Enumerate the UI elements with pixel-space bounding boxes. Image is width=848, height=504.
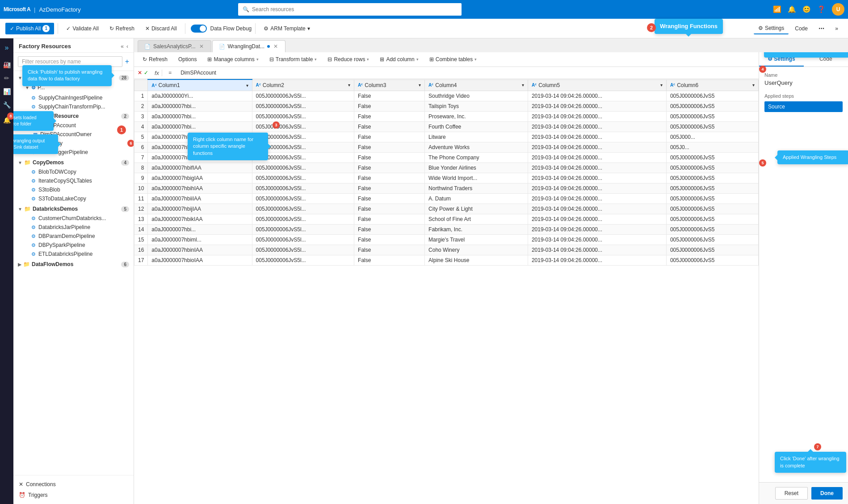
collapse-panel-button[interactable]: » bbox=[831, 23, 843, 34]
bell-icon[interactable]: 🔔 bbox=[788, 5, 796, 13]
search-bar[interactable]: 🔍 bbox=[238, 3, 462, 16]
data-grid-container[interactable]: Aᶜ Column1 ▾ Aᶜ Column2 ▾ bbox=[134, 79, 759, 504]
pipelines-header[interactable]: ▼ 📁 Pipelines 28 bbox=[13, 73, 134, 83]
copy-demos-header[interactable]: ▼ 📁 CopyDemos 4 bbox=[13, 158, 134, 167]
db-pyspark-label: DBPySparkPipeline bbox=[38, 242, 85, 248]
combine-tables-button[interactable]: ⊞ Combine tables ▾ bbox=[424, 54, 482, 65]
wifi-icon[interactable]: 📶 bbox=[773, 5, 781, 13]
customer-churn-item[interactable]: ⚙ CustomerChurnDatabricks... bbox=[13, 214, 134, 223]
table-row[interactable]: 13a0aJ0000007hbikIAA005J0000006JvS5l...F… bbox=[134, 214, 759, 225]
col-sort-icon-2[interactable]: ▾ bbox=[348, 83, 350, 87]
connections-item[interactable]: ✕ Connections bbox=[19, 479, 128, 490]
s3-datalake-item[interactable]: ⚙ S3ToDataLakeCopy bbox=[13, 194, 134, 203]
debug-toggle[interactable] bbox=[191, 25, 207, 33]
columns-icon: ⊞ bbox=[207, 56, 212, 62]
col-header-6[interactable]: Aᶜ Column6 ▾ bbox=[666, 79, 758, 91]
table-row[interactable]: 11a0aJ0000007hbiiIAA005J0000006JvS5l...F… bbox=[134, 194, 759, 204]
add-column-button[interactable]: ⊞ Add column ▾ bbox=[375, 54, 423, 65]
adf-resource-header[interactable]: ▼ 📁 ADFResource 2 bbox=[28, 111, 134, 121]
settings-panel-tab[interactable]: ⚙ Settings bbox=[759, 52, 804, 67]
refresh-icon: ↻ bbox=[109, 25, 114, 32]
wrangle-refresh-button[interactable]: ↻ Refresh bbox=[138, 54, 172, 65]
col-header-1[interactable]: Aᶜ Column1 ▾ bbox=[148, 79, 252, 91]
reduce-rows-button[interactable]: ⊟ Reduce rows ▾ bbox=[323, 54, 374, 65]
code-tab-btn[interactable]: Code bbox=[790, 23, 812, 34]
col-header-4[interactable]: Aᶜ Column4 ▾ bbox=[425, 79, 528, 91]
table-row[interactable]: 1a0aJ0000000Yi...005J0000006JvS5l...Fals… bbox=[134, 91, 759, 101]
arm-template-button[interactable]: ⚙ ARM Template ▾ bbox=[259, 23, 314, 34]
etl-databricks-item[interactable]: ⚙ ETLDatabricksPipeline bbox=[13, 250, 134, 258]
cancel-formula-icon[interactable]: ✕ bbox=[138, 70, 142, 76]
blob-dw-copy-item[interactable]: ⚙ BlobToDWCopy bbox=[13, 167, 134, 176]
supply-chain-transform-item[interactable]: ⚙ SupplyChainTransformPip... bbox=[13, 102, 134, 111]
code-panel-tab[interactable]: Code bbox=[804, 52, 848, 67]
table-row[interactable]: 12a0aJ0000007hbijIAA005J0000006JvS5l...F… bbox=[134, 204, 759, 214]
table-row[interactable]: 5a0aJ0000007hbicIAA005J0000006JvS5l...Fa… bbox=[134, 132, 759, 142]
sidebar-icon-factory[interactable]: 🏭 bbox=[1, 59, 13, 71]
collapse-icon[interactable]: ‹ bbox=[126, 43, 128, 50]
databricks-header[interactable]: ▼ 📁 DatabricksDemos 5 bbox=[13, 204, 134, 214]
confirm-formula-icon[interactable]: ✓ bbox=[144, 70, 148, 76]
formula-input[interactable] bbox=[178, 69, 755, 77]
col-sort-icon-3[interactable]: ▾ bbox=[419, 83, 421, 87]
col-sort-icon-4[interactable]: ▾ bbox=[522, 83, 524, 87]
col-sort-icon-6[interactable]: ▾ bbox=[752, 83, 755, 87]
smiley-icon[interactable]: 😊 bbox=[802, 5, 811, 13]
close-tab-sales[interactable]: ✕ bbox=[198, 43, 205, 50]
pipeline-sub-header[interactable]: ▼ ⚙ P... bbox=[21, 83, 134, 92]
s3-blob-item[interactable]: ⚙ S3toBlob bbox=[13, 185, 134, 194]
sidebar-icon-manage[interactable]: 🔧 bbox=[1, 99, 13, 111]
applied-step-item[interactable]: Source bbox=[764, 101, 843, 112]
col-header-2[interactable]: Aᶜ Column2 ▾ bbox=[252, 79, 354, 91]
plus-icon[interactable]: + bbox=[125, 58, 129, 66]
table-row[interactable]: 6a0aJ0000007hbidIAA005J0000006JvS5l...Fa… bbox=[134, 142, 759, 153]
pipeline-icon: ⚙ bbox=[31, 85, 36, 91]
tab-sales-analytics[interactable]: 📄 SalesAnalyticsP... ✕ bbox=[138, 40, 211, 52]
reset-button[interactable]: Reset bbox=[775, 487, 808, 500]
settings-tab-btn[interactable]: ⚙ Settings bbox=[754, 23, 789, 34]
supply-chain-ingest-item[interactable]: ⚙ SupplyChainIngestPipeline bbox=[13, 93, 134, 102]
dataflow-header[interactable]: ▶ 📁 DataFlowDemos 6 bbox=[13, 259, 134, 269]
table-row[interactable]: 17a0aJ0000007hbioIAA005J0000006JvS5l...F… bbox=[134, 255, 759, 266]
db-param-demo-item[interactable]: ⚙ DBParamDemoPipeline bbox=[13, 232, 134, 241]
user-query-item[interactable]: ⚙ UserQuery bbox=[13, 139, 134, 148]
table-row[interactable]: 4a0aJ0000007hbi...005J0000006JvS5l...Fal… bbox=[134, 122, 759, 132]
close-tab-wrangling[interactable]: ✕ bbox=[273, 43, 279, 50]
user-avatar[interactable]: U bbox=[832, 3, 844, 16]
refresh-button[interactable]: ↻ Refresh bbox=[105, 23, 139, 34]
publish-all-button[interactable]: ✓ Publish All 1 bbox=[5, 23, 54, 34]
validate-all-button[interactable]: ✓ Validate All bbox=[62, 23, 103, 34]
table-row[interactable]: 15a0aJ0000007hbiml...005J0000006JvS5l...… bbox=[134, 235, 759, 245]
db-pyspark-item[interactable]: ⚙ DBPySparkPipeline bbox=[13, 241, 134, 250]
filter-input[interactable] bbox=[18, 56, 122, 67]
collapse-left-icon[interactable]: « bbox=[121, 43, 124, 50]
discard-all-button[interactable]: ✕ Discard All bbox=[141, 23, 181, 34]
col-header-3[interactable]: Aᶜ Column3 ▾ bbox=[354, 79, 425, 91]
sidebar-icon-expand[interactable]: » bbox=[1, 42, 13, 54]
sidebar-icon-monitor[interactable]: 📊 bbox=[1, 86, 13, 97]
question-icon[interactable]: ❓ bbox=[817, 5, 826, 13]
triggers-item[interactable]: ⏰ Triggers bbox=[19, 490, 128, 500]
table-row[interactable]: 3a0aJ0000007hbi...005J0000006JvS5l...Fal… bbox=[134, 112, 759, 122]
transform-table-button[interactable]: ⊟ Transform table ▾ bbox=[264, 54, 322, 65]
search-input[interactable] bbox=[252, 6, 457, 12]
sidebar-icon-edit[interactable]: ✏ bbox=[1, 72, 13, 84]
col-sort-icon-5[interactable]: ▾ bbox=[660, 83, 663, 87]
col-sort-icon-1[interactable]: ▾ bbox=[246, 83, 248, 88]
wrangle-options-button[interactable]: Options bbox=[173, 54, 202, 65]
manage-columns-button[interactable]: ⊞ Manage columns ▾ bbox=[202, 54, 263, 65]
table-row[interactable]: 7a0aJ0000007hbieIAA005J0000006JvS5l...Fa… bbox=[134, 153, 759, 163]
col-header-5[interactable]: Aᶜ Column5 ▾ bbox=[528, 79, 666, 91]
tab-wrangling[interactable]: 📄 WranglingDat... ✕ bbox=[212, 40, 285, 52]
table-row[interactable]: 8a0aJ0000007hbifIAA005J0000006JvS5l...Fa… bbox=[134, 163, 759, 173]
table-row[interactable]: 14a0aJ0000007hbi...005J0000006JvS5l...Fa… bbox=[134, 225, 759, 235]
event-trigger-item[interactable]: ⚙ EventTriggerPipeline bbox=[13, 148, 134, 157]
table-row[interactable]: 16a0aJ0000007hbinIAA005J0000006JvS5l...F… bbox=[134, 245, 759, 255]
iterate-copy-item[interactable]: ⚙ IterateCopySQLTables bbox=[13, 176, 134, 185]
more-options-button[interactable]: ··· bbox=[814, 22, 829, 35]
done-button[interactable]: Done bbox=[811, 487, 843, 500]
table-row[interactable]: 9a0aJ0000007hbigIAA005J0000006JvS5l...Fa… bbox=[134, 173, 759, 183]
table-row[interactable]: 2a0aJ0000007hbi...005J0000006JvS5l...Fal… bbox=[134, 101, 759, 112]
databricks-jar-item[interactable]: ⚙ DatabricksJarPipeline bbox=[13, 223, 134, 232]
table-row[interactable]: 10a0aJ0000007hbihIAA005J0000006JvS5l...F… bbox=[134, 183, 759, 194]
